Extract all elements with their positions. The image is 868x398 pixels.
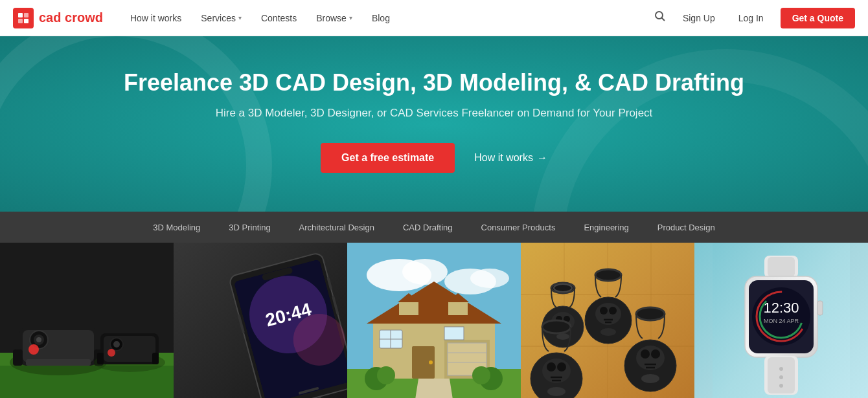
nav-contests[interactable]: Contests (253, 9, 304, 27)
svg-point-54 (429, 360, 433, 364)
image-card-modeling[interactable] (0, 243, 174, 398)
svg-rect-16 (13, 349, 23, 366)
svg-text:12:30: 12:30 (763, 300, 799, 316)
svg-rect-110 (817, 301, 823, 315)
logo-text: cad crowd (39, 10, 103, 25)
how-it-works-link[interactable]: How it works → (474, 152, 547, 164)
svg-point-114 (779, 375, 783, 379)
svg-marker-63 (414, 379, 454, 398)
svg-point-85 (600, 307, 608, 315)
svg-point-45 (470, 269, 509, 288)
svg-point-91 (547, 362, 556, 371)
svg-point-92 (557, 362, 566, 371)
svg-text:MON 24 APR: MON 24 APR (764, 318, 799, 324)
svg-point-81 (556, 333, 569, 340)
svg-rect-0 (18, 13, 23, 17)
svg-point-15 (29, 344, 39, 355)
svg-rect-61 (448, 301, 468, 315)
sign-up-button[interactable]: Sign Up (676, 9, 722, 27)
svg-point-24 (108, 349, 115, 357)
svg-point-90 (542, 359, 571, 383)
svg-rect-1 (24, 13, 29, 17)
svg-point-87 (600, 328, 616, 336)
svg-rect-26 (152, 353, 159, 364)
svg-point-93 (547, 387, 565, 396)
svg-point-4 (656, 12, 663, 19)
image-card-architectural[interactable] (347, 243, 521, 398)
svg-point-65 (377, 366, 395, 384)
svg-point-67 (472, 366, 490, 384)
svg-rect-2 (18, 19, 23, 23)
svg-point-88 (542, 320, 571, 333)
svg-rect-58 (444, 327, 464, 340)
svg-point-99 (641, 374, 659, 383)
svg-point-43 (402, 259, 448, 285)
svg-rect-102 (768, 257, 795, 277)
logo-icon (13, 8, 34, 28)
services-chevron-icon: ▾ (238, 14, 242, 21)
get-quote-button[interactable]: Get a Quote (781, 8, 855, 28)
hero-title: Freelance 3D CAD Design, 3D Modeling, & … (13, 69, 855, 96)
category-engineering[interactable]: Engineering (569, 212, 643, 243)
svg-point-94 (636, 307, 665, 320)
navbar: cad crowd How it works Services ▾ Contes… (0, 0, 868, 36)
hero-section: Freelance 3D CAD Design, 3D Modeling, & … (0, 36, 868, 212)
nav-browse[interactable]: Browse ▾ (308, 9, 360, 27)
log-in-button[interactable]: Log In (732, 9, 770, 27)
nav-links: How it works Services ▾ Contests Browse … (122, 9, 654, 27)
nav-services[interactable]: Services ▾ (193, 9, 249, 27)
browse-chevron-icon: ▾ (349, 14, 352, 21)
image-card-consumer[interactable] (521, 243, 694, 398)
get-estimate-button[interactable]: Get a free estimate (321, 143, 455, 173)
svg-point-113 (779, 367, 783, 371)
svg-rect-3 (24, 19, 29, 23)
nav-how-it-works[interactable]: How it works (122, 9, 189, 27)
svg-point-96 (636, 346, 665, 370)
category-consumer-products[interactable]: Consumer Products (467, 212, 570, 243)
nav-actions: Sign Up Log In Get a Quote (654, 8, 855, 28)
search-icon[interactable] (654, 10, 666, 25)
category-bar: 3D Modeling 3D Printing Architectural De… (0, 212, 868, 243)
image-card-printing[interactable]: 20:44 (174, 243, 347, 398)
image-grid: 20:44 (0, 243, 868, 398)
category-3d-modeling[interactable]: 3D Modeling (139, 212, 214, 243)
hero-actions: Get a free estimate How it works → (13, 143, 855, 173)
category-product-design[interactable]: Product Design (643, 212, 729, 243)
category-architectural-design[interactable]: Architectural Design (285, 212, 389, 243)
logo[interactable]: cad crowd (13, 8, 103, 28)
svg-rect-18 (26, 359, 91, 366)
category-3d-printing[interactable]: 3D Printing (214, 212, 284, 243)
category-cad-drafting[interactable]: CAD Drafting (389, 212, 467, 243)
svg-point-23 (113, 341, 120, 348)
svg-point-98 (651, 349, 660, 359)
svg-point-82 (595, 269, 621, 281)
svg-rect-59 (399, 301, 418, 315)
svg-point-115 (779, 384, 783, 388)
hero-subtitle: Hire a 3D Modeler, 3D Designer, or CAD S… (13, 107, 855, 120)
svg-point-86 (609, 307, 617, 315)
svg-point-97 (641, 349, 650, 359)
svg-rect-25 (97, 353, 104, 364)
nav-blog[interactable]: Blog (364, 9, 398, 27)
svg-line-5 (661, 18, 665, 21)
svg-point-14 (36, 337, 41, 342)
image-card-product[interactable]: 12:30 MON 24 APR (694, 243, 868, 398)
